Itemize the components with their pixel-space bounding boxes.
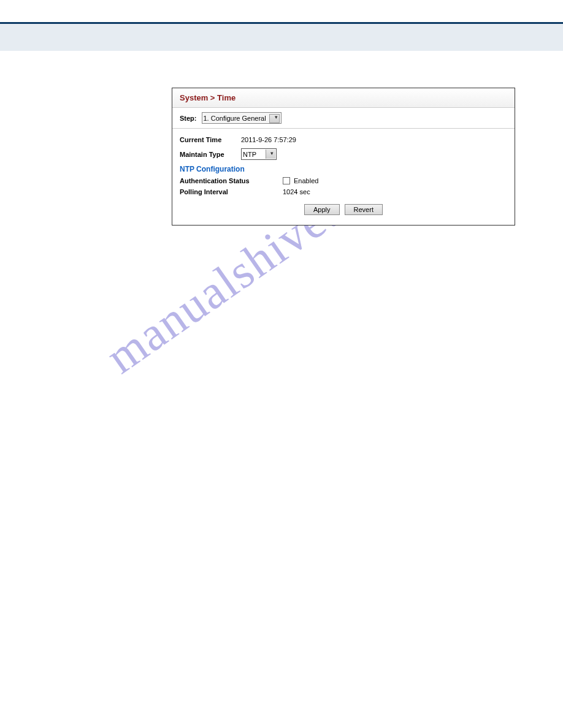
maintain-type-label: Maintain Type: [180, 151, 241, 158]
current-time-label: Current Time: [180, 136, 241, 143]
auth-status-row: Authentication Status Enabled: [180, 177, 507, 184]
maintain-type-select[interactable]: NTP: [241, 148, 277, 160]
step-select[interactable]: 1. Configure General: [202, 112, 282, 124]
button-row: Apply Revert: [180, 199, 507, 218]
step-label: Step:: [180, 115, 197, 122]
step-row: Step: 1. Configure General: [172, 108, 515, 129]
current-time-value: 2011-9-26 7:57:29: [241, 136, 296, 143]
maintain-type-row: Maintain Type NTP: [180, 148, 507, 160]
auth-enabled-label: Enabled: [294, 177, 318, 184]
auth-status-label: Authentication Status: [180, 177, 283, 184]
step-select-value: 1. Configure General: [204, 115, 266, 122]
ntp-config-header: NTP Configuration: [180, 165, 507, 173]
config-panel: System > Time Step: 1. Configure General…: [172, 88, 515, 226]
auth-enabled-checkbox[interactable]: [283, 177, 290, 184]
page-header-bar: [0, 24, 563, 51]
polling-interval-label: Polling Interval: [180, 188, 283, 195]
auth-checkbox-wrap: Enabled: [283, 177, 318, 184]
panel-body: Current Time 2011-9-26 7:57:29 Maintain …: [172, 129, 515, 225]
panel-title: System > Time: [172, 88, 515, 108]
polling-interval-row: Polling Interval 1024 sec: [180, 188, 507, 195]
apply-button[interactable]: Apply: [304, 204, 340, 215]
polling-interval-value: 1024 sec: [283, 188, 310, 195]
revert-button[interactable]: Revert: [345, 204, 383, 215]
current-time-row: Current Time 2011-9-26 7:57:29: [180, 136, 507, 143]
maintain-type-value: NTP: [243, 151, 256, 158]
